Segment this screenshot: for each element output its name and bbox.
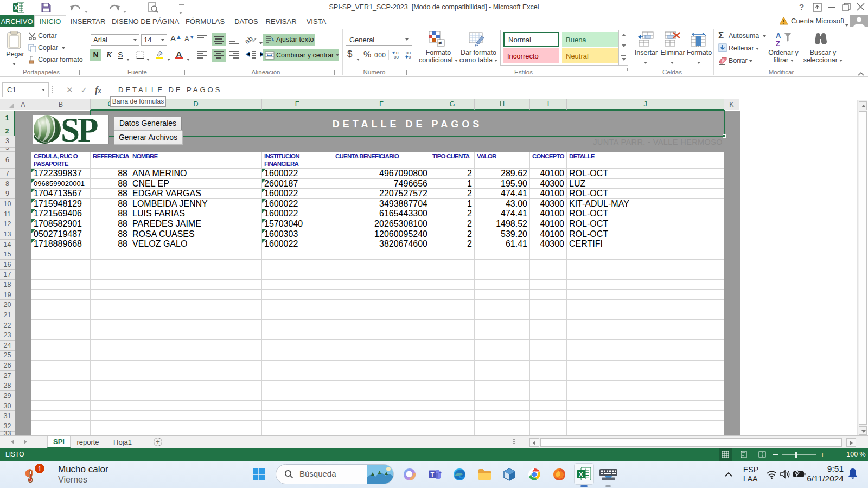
svg-text:T: T bbox=[431, 471, 435, 478]
svg-text:Z: Z bbox=[776, 40, 780, 47]
svg-text:A: A bbox=[776, 31, 781, 40]
svg-text:≠: ≠ bbox=[438, 40, 442, 46]
svg-text:X: X bbox=[14, 4, 18, 12]
svg-text:0: 0 bbox=[409, 55, 411, 60]
svg-text:ab: ab bbox=[245, 34, 254, 45]
svg-text:X: X bbox=[579, 471, 583, 478]
svg-text:00: 00 bbox=[394, 55, 399, 60]
svg-text:SP: SP bbox=[61, 115, 98, 144]
